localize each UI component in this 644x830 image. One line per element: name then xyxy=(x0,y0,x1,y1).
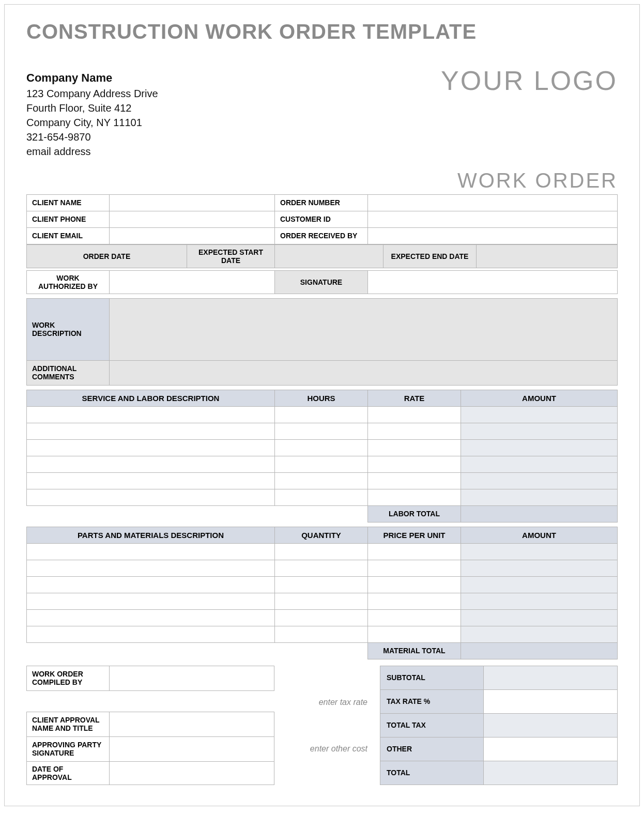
page-title: CONSTRUCTION WORK ORDER TEMPLATE xyxy=(26,20,618,43)
labor-row xyxy=(27,489,618,505)
client-phone-label: CLIENT PHONE xyxy=(27,211,110,227)
dates-table: ORDER DATE EXPECTED START DATE EXPECTED … xyxy=(26,244,618,268)
materials-row xyxy=(27,626,618,642)
additional-comments-label: ADDITIONAL COMMENTS xyxy=(27,360,110,385)
approval-date-label: DATE OF APPROVAL xyxy=(27,761,110,785)
work-description-label: WORK DESCRIPTION xyxy=(27,298,110,360)
client-name-label: CLIENT NAME xyxy=(27,194,110,211)
client-email-label: CLIENT EMAIL xyxy=(27,227,110,244)
compiled-by-label: WORK ORDER COMPILED BY xyxy=(27,666,110,690)
order-date-label: ORDER DATE xyxy=(27,244,187,268)
subtotal-field[interactable] xyxy=(484,666,618,689)
compiled-by-field[interactable] xyxy=(110,666,274,690)
labor-row xyxy=(27,472,618,489)
total-label: TOTAL xyxy=(380,761,484,785)
client-phone-field[interactable] xyxy=(110,211,275,227)
labor-desc-header: SERVICE AND LABOR DESCRIPTION xyxy=(27,390,275,406)
other-field[interactable] xyxy=(484,737,618,761)
labor-row xyxy=(27,406,618,423)
materials-row xyxy=(27,576,618,593)
materials-row xyxy=(27,543,618,560)
tax-rate-hint: enter tax rate xyxy=(281,698,374,707)
tax-rate-label: TAX RATE % xyxy=(380,689,484,713)
client-approval-label: CLIENT APPROVAL NAME AND TITLE xyxy=(27,712,110,736)
client-email-field[interactable] xyxy=(110,227,275,244)
materials-row xyxy=(27,593,618,609)
labor-row xyxy=(27,456,618,472)
labor-row xyxy=(27,423,618,439)
work-auth-field[interactable] xyxy=(110,270,275,294)
total-field[interactable] xyxy=(484,761,618,785)
materials-price-header: PRICE PER UNIT xyxy=(368,527,461,543)
client-info-table: CLIENT NAME ORDER NUMBER CLIENT PHONE CU… xyxy=(26,194,618,244)
total-tax-field[interactable] xyxy=(484,713,618,737)
company-address2: Fourth Floor, Suite 412 xyxy=(26,101,158,115)
order-number-label: ORDER NUMBER xyxy=(275,194,368,211)
other-cost-hint: enter other cost xyxy=(281,744,374,754)
customer-id-label: CUSTOMER ID xyxy=(275,211,368,227)
expected-end-label: EXPECTED END DATE xyxy=(384,244,477,268)
work-order-template: CONSTRUCTION WORK ORDER TEMPLATE Company… xyxy=(4,4,640,806)
materials-amount-header: AMOUNT xyxy=(461,527,618,543)
order-received-label: ORDER RECEIVED BY xyxy=(275,227,368,244)
work-order-label: WORK ORDER xyxy=(26,169,618,192)
labor-row xyxy=(27,439,618,456)
signature-label: SIGNATURE xyxy=(275,270,368,294)
company-city: Company City, NY 11101 xyxy=(26,115,158,130)
labor-total-field[interactable] xyxy=(461,505,618,522)
company-name: Company Name xyxy=(26,70,158,86)
expected-end-field[interactable] xyxy=(477,244,618,268)
total-tax-label: TOTAL TAX xyxy=(380,713,484,737)
authorization-table: WORK AUTHORIZED BY SIGNATURE xyxy=(26,270,618,294)
header-row: Company Name 123 Company Address Drive F… xyxy=(26,70,618,159)
compiled-by-table: WORK ORDER COMPILED BY xyxy=(26,666,274,691)
bottom-section: WORK ORDER COMPILED BY CLIENT APPROVAL N… xyxy=(26,666,618,785)
client-approval-field[interactable] xyxy=(110,712,274,736)
material-total-label: MATERIAL TOTAL xyxy=(368,642,461,659)
labor-hours-header: HOURS xyxy=(275,390,368,406)
tax-rate-field[interactable] xyxy=(484,689,618,713)
company-block: Company Name 123 Company Address Drive F… xyxy=(26,70,158,159)
approval-table: CLIENT APPROVAL NAME AND TITLE APPROVING… xyxy=(26,712,274,785)
approving-sig-field[interactable] xyxy=(110,736,274,761)
company-phone: 321-654-9870 xyxy=(26,130,158,144)
material-total-field[interactable] xyxy=(461,642,618,659)
labor-amount-header: AMOUNT xyxy=(461,390,618,406)
additional-comments-field[interactable] xyxy=(110,360,618,385)
materials-qty-header: QUANTITY xyxy=(275,527,368,543)
labor-rate-header: RATE xyxy=(368,390,461,406)
materials-table: PARTS AND MATERIALS DESCRIPTION QUANTITY… xyxy=(26,527,618,659)
totals-table: SUBTOTAL TAX RATE % TOTAL TAX OTHER TOTA… xyxy=(380,666,618,785)
work-auth-label: WORK AUTHORIZED BY xyxy=(27,270,110,294)
description-table: WORK DESCRIPTION ADDITIONAL COMMENTS xyxy=(26,298,618,386)
expected-start-field[interactable] xyxy=(275,244,384,268)
materials-row xyxy=(27,560,618,576)
order-received-field[interactable] xyxy=(368,227,618,244)
approval-date-field[interactable] xyxy=(110,761,274,785)
approving-sig-label: APPROVING PARTY SIGNATURE xyxy=(27,736,110,761)
work-description-field[interactable] xyxy=(110,298,618,360)
order-number-field[interactable] xyxy=(368,194,618,211)
company-email: email address xyxy=(26,144,158,159)
logo-placeholder: YOUR LOGO xyxy=(441,65,618,96)
client-name-field[interactable] xyxy=(110,194,275,211)
company-address1: 123 Company Address Drive xyxy=(26,86,158,101)
subtotal-label: SUBTOTAL xyxy=(380,666,484,689)
signature-field[interactable] xyxy=(368,270,618,294)
labor-total-label: LABOR TOTAL xyxy=(368,505,461,522)
materials-desc-header: PARTS AND MATERIALS DESCRIPTION xyxy=(27,527,275,543)
materials-row xyxy=(27,609,618,626)
customer-id-field[interactable] xyxy=(368,211,618,227)
other-label: OTHER xyxy=(380,737,484,761)
expected-start-label: EXPECTED START DATE xyxy=(187,244,275,268)
labor-table: SERVICE AND LABOR DESCRIPTION HOURS RATE… xyxy=(26,390,618,522)
